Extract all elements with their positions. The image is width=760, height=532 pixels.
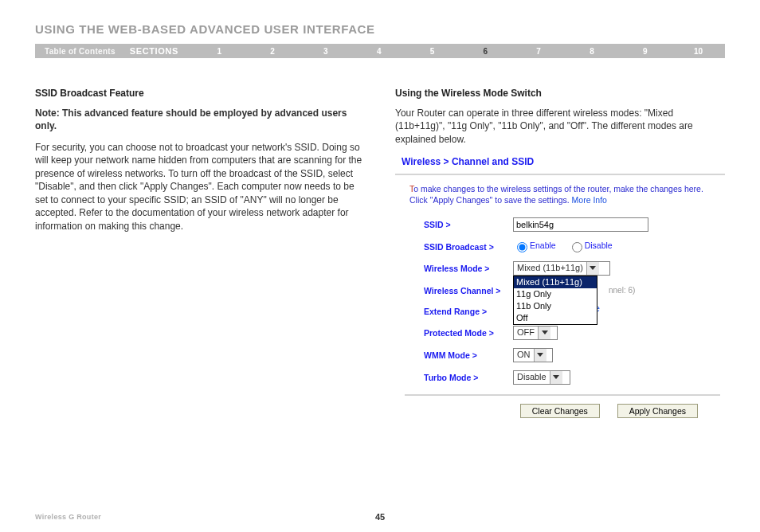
section-link[interactable]: 8 (566, 47, 619, 56)
label-turbo-mode: Turbo Mode > (424, 370, 513, 383)
dropdown-option[interactable]: 11b Only (514, 300, 597, 312)
label-ssid-broadcast: SSID Broadcast > (424, 240, 513, 252)
ssid-input[interactable] (513, 217, 648, 232)
right-heading: Using the Wireless Mode Switch (395, 87, 725, 100)
section-navbar: Table of Contents SECTIONS 1 2 3 4 5 6 7… (35, 44, 725, 58)
wireless-mode-dropdown[interactable]: Mixed (11b+11g) 11g Only 11b Only Off (513, 276, 597, 325)
left-column: SSID Broadcast Feature Note: This advanc… (35, 87, 365, 429)
section-numbers: 1 2 3 4 5 6 7 8 9 10 (193, 47, 725, 56)
channel-hint: nnel: 6) (609, 285, 635, 296)
label-ssid: SSID > (424, 217, 513, 230)
page-title: USING THE WEB-BASED ADVANCED USER INTERF… (35, 22, 725, 36)
turbo-mode-value: Disable (514, 371, 550, 383)
chevron-down-icon (534, 349, 546, 362)
section-link[interactable]: 3 (299, 47, 352, 56)
radio-enable[interactable] (517, 242, 527, 252)
ssid-broadcast-group: Enable Disable (513, 240, 622, 252)
wireless-mode-value: Mixed (11b+11g) (514, 262, 586, 274)
label-extend-range: Extend Range > (424, 304, 513, 317)
wireless-mode-select[interactable]: Mixed (11b+11g) (513, 261, 610, 276)
chevron-down-icon (550, 371, 562, 384)
dropdown-option[interactable]: 11g Only (514, 288, 597, 300)
router-intro: To make changes to the wireless settings… (409, 183, 720, 206)
left-body: For security, you can choose not to broa… (35, 141, 365, 233)
clear-changes-button[interactable]: Clear Changes (520, 404, 600, 418)
label-wireless-mode: Wireless Mode > (424, 261, 513, 274)
section-link[interactable]: 4 (352, 47, 405, 56)
router-ui: Wireless > Channel and SSID To make chan… (395, 154, 725, 428)
section-link[interactable]: 10 (672, 47, 725, 56)
label-wmm-mode: WMM Mode > (424, 348, 513, 361)
label-protected-mode: Protected Mode > (424, 326, 513, 338)
apply-changes-button[interactable]: Apply Changes (617, 404, 698, 418)
section-link[interactable]: 2 (246, 47, 300, 56)
left-heading: SSID Broadcast Feature (35, 87, 365, 100)
section-link-active[interactable]: 6 (459, 47, 512, 56)
dropdown-option[interactable]: Mixed (11b+11g) (514, 276, 597, 288)
section-link[interactable]: 7 (512, 47, 566, 56)
right-body: Your Router can operate in three differe… (395, 107, 725, 147)
radio-disable-label: Disable (585, 241, 613, 250)
section-link[interactable]: 1 (193, 47, 246, 56)
footer-product-name: Wireless G Router (35, 513, 101, 521)
chevron-down-icon (586, 262, 599, 275)
wmm-mode-value: ON (514, 349, 534, 361)
intro-rest: o make changes to the wireless settings … (409, 184, 703, 205)
chevron-down-icon (538, 327, 550, 339)
sections-label: SECTIONS (125, 46, 193, 56)
footer-page-number: 45 (375, 512, 385, 522)
label-wireless-channel: Wireless Channel > (424, 284, 513, 296)
section-link[interactable]: 5 (405, 47, 459, 56)
more-info-link[interactable]: More Info (572, 195, 607, 205)
section-link[interactable]: 9 (618, 47, 672, 56)
protected-mode-select[interactable]: OFF (513, 326, 558, 340)
radio-enable-label: Enable (530, 241, 556, 250)
ssid-broadcast-disable[interactable]: Disable (568, 241, 613, 250)
ssid-broadcast-enable[interactable]: Enable (513, 241, 556, 250)
dropdown-option[interactable]: Off (514, 312, 597, 324)
protected-mode-value: OFF (514, 327, 538, 338)
right-column: Using the Wireless Mode Switch Your Rout… (395, 87, 725, 429)
radio-disable[interactable] (572, 242, 582, 252)
toc-link[interactable]: Table of Contents (35, 47, 125, 56)
wmm-mode-select[interactable]: ON (513, 348, 553, 362)
router-breadcrumb: Wireless > Channel and SSID (395, 154, 725, 174)
turbo-mode-select[interactable]: Disable (513, 370, 570, 385)
left-note: Note: This advanced feature should be em… (35, 107, 365, 133)
